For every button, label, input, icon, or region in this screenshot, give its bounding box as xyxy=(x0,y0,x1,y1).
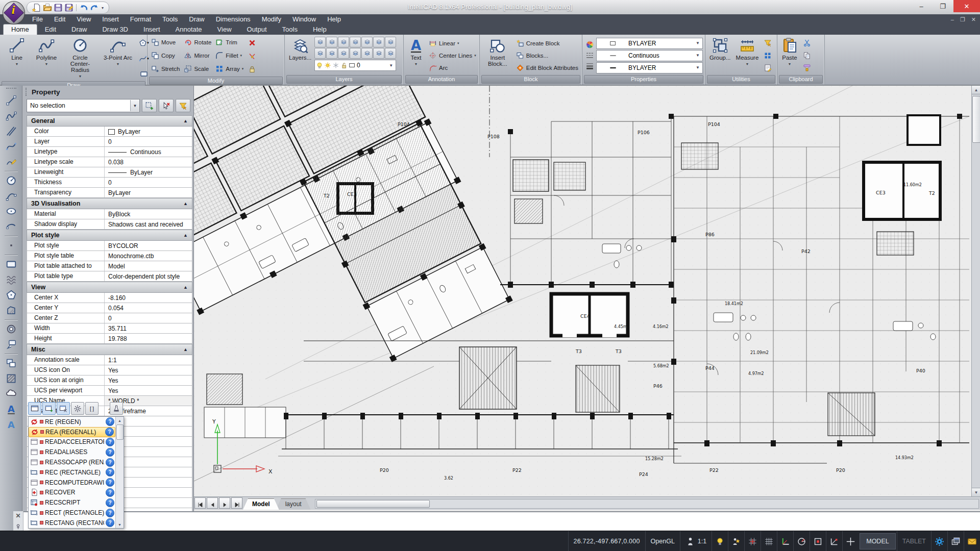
snap-toggle[interactable] xyxy=(744,531,761,551)
cut-button[interactable] xyxy=(801,37,813,48)
popup-scroll-thumb[interactable] xyxy=(116,424,124,440)
first-sheet-button[interactable] xyxy=(194,497,206,509)
vertical-scrollbar[interactable]: ▲ ▼ xyxy=(971,86,980,496)
hatch-tool-button[interactable] xyxy=(5,372,18,385)
autocomplete-item[interactable]: RECOMPUTEDRAWING? xyxy=(29,478,115,488)
layer-tool-11-button[interactable] xyxy=(350,48,361,59)
format-painter-button[interactable] xyxy=(801,62,813,73)
model-space-toggle[interactable]: MODEL xyxy=(860,533,895,549)
vertical-scroll-thumb[interactable] xyxy=(972,96,980,143)
minimize-button[interactable]: – xyxy=(911,0,932,12)
section-header-plot-style[interactable]: Plot style▲ xyxy=(27,230,192,241)
property-value[interactable]: Shadows cast and received xyxy=(105,219,192,229)
property-value[interactable]: 35.711 xyxy=(105,323,192,333)
property-value[interactable]: Model xyxy=(105,261,192,271)
help-button[interactable]: ? xyxy=(106,518,114,527)
lineweight-dropdown[interactable]: BYLAYER▼ xyxy=(596,62,703,73)
popup-scroll-down-icon[interactable]: ▼ xyxy=(116,521,124,528)
property-value[interactable]: 0 xyxy=(105,137,192,146)
sheet-tab-layout[interactable]: layout xyxy=(276,498,311,510)
help-button[interactable]: ? xyxy=(106,417,114,426)
ribbon-tab-home[interactable]: Home xyxy=(3,24,37,35)
property-value[interactable]: 0.038 xyxy=(105,157,192,167)
autocomplete-item-selected[interactable]: REA (REGENALL)? xyxy=(29,427,115,437)
settings-gear-button[interactable] xyxy=(931,531,947,551)
layers-button[interactable]: Layers... xyxy=(287,36,313,74)
help-button[interactable]: ? xyxy=(105,428,114,436)
circle-tool-button[interactable] xyxy=(5,174,18,187)
quick-select-button[interactable] xyxy=(176,99,190,112)
layer-tool-13-button[interactable] xyxy=(373,48,384,59)
layer-tool-5-button[interactable] xyxy=(361,37,373,47)
group-label-layers[interactable]: Layers xyxy=(286,75,402,84)
doc-minimize-button[interactable]: – xyxy=(951,16,954,22)
menu-tools[interactable]: Tools xyxy=(157,14,183,24)
experimental-commands-button[interactable] xyxy=(110,402,123,415)
ortho-toggle[interactable] xyxy=(777,531,793,551)
ribbon-tab-insert[interactable]: Insert xyxy=(136,24,168,35)
property-value[interactable]: 0.054 xyxy=(105,303,192,313)
etrack-toggle[interactable] xyxy=(826,531,842,551)
annotation-scale-control[interactable]: 1:1 xyxy=(680,531,712,551)
command-line[interactable]: Command: REA xyxy=(23,511,980,531)
help-button[interactable]: ? xyxy=(106,488,114,497)
section-header-general[interactable]: General▲ xyxy=(27,115,192,127)
property-value[interactable]: Yes xyxy=(105,375,192,385)
property-value[interactable]: ByBlock xyxy=(105,209,192,219)
layer-tool-8-button[interactable] xyxy=(314,48,326,59)
property-value[interactable]: 0 xyxy=(105,313,192,323)
help-button[interactable]: ? xyxy=(106,458,114,467)
scroll-down-icon[interactable]: ▼ xyxy=(972,488,980,496)
help-button[interactable]: ? xyxy=(106,509,114,517)
layer-tool-4-button[interactable] xyxy=(350,37,361,47)
arc-button[interactable]: Arc xyxy=(427,62,478,74)
layer-tool-3-button[interactable] xyxy=(338,37,349,47)
autocomplete-item[interactable]: RECSCRIPT? xyxy=(29,497,115,508)
linetype-dropdown[interactable]: Continuous▼ xyxy=(596,50,703,61)
trim-button[interactable]: Trim xyxy=(214,36,245,48)
ribbon-tab-output[interactable]: Output xyxy=(239,24,275,35)
popup-scroll-up-icon[interactable]: ▲ xyxy=(116,417,124,424)
fillet-button[interactable]: Fillet▾ xyxy=(214,49,245,62)
layer-tool-12-button[interactable] xyxy=(361,48,373,59)
quick-select-button[interactable] xyxy=(762,37,773,48)
autocomplete-item[interactable]: READALIASES? xyxy=(29,447,115,457)
ribbon-tab-view[interactable]: View xyxy=(210,24,239,35)
menu-format[interactable]: Format xyxy=(125,14,157,24)
menu-dimensions[interactable]: Dimensions xyxy=(210,14,256,24)
paste-button[interactable]: Paste▼ xyxy=(779,36,800,74)
autocomplete-item[interactable]: RECOVER? xyxy=(29,488,115,498)
section-header-view[interactable]: View▲ xyxy=(27,282,192,293)
line-button[interactable]: Line▼ xyxy=(2,36,32,81)
point-tool-button[interactable] xyxy=(5,239,18,252)
menu-view[interactable]: View xyxy=(71,14,96,24)
freehand-sketch-tool-button[interactable] xyxy=(5,155,18,168)
layer-tool-6-button[interactable] xyxy=(373,37,384,47)
group-label-block[interactable]: Block xyxy=(481,75,580,84)
help-button[interactable]: ? xyxy=(106,468,114,477)
help-button[interactable]: ? xyxy=(106,438,114,446)
help-button[interactable]: ? xyxy=(106,478,114,487)
group-label-properties[interactable]: Properties xyxy=(584,75,703,84)
center-lines-button[interactable]: Center Lines▾ xyxy=(427,49,478,62)
property-value[interactable]: Yes xyxy=(105,365,192,375)
autocomplete-item[interactable]: RECT (RECTANGLE)? xyxy=(29,508,115,518)
selection-dropdown[interactable]: No selection▼ xyxy=(27,99,140,112)
ribbon-tab-draw-3d[interactable]: Draw 3D xyxy=(94,24,136,35)
group-button[interactable]: Group... xyxy=(707,36,733,74)
lock-entities-button[interactable] xyxy=(247,64,258,75)
scroll-up-icon[interactable]: ▲ xyxy=(972,86,980,94)
doc-close-button[interactable]: ✕ xyxy=(971,16,976,23)
help-button[interactable]: ? xyxy=(106,498,114,507)
autocomplete-settings-button[interactable] xyxy=(71,402,84,415)
create-block-button[interactable]: Create Block xyxy=(514,37,580,49)
menu-insert[interactable]: Insert xyxy=(96,14,125,24)
measure-button[interactable]: Measure▼ xyxy=(734,36,761,74)
layer-tool-10-button[interactable] xyxy=(338,48,349,59)
menu-modify[interactable]: Modify xyxy=(256,14,287,24)
erase-button[interactable] xyxy=(247,37,258,48)
layer-tool-2-button[interactable] xyxy=(326,37,337,47)
renderer-indicator[interactable]: OpenGL xyxy=(645,531,680,551)
polar-toggle[interactable] xyxy=(793,531,810,551)
sheet-tab-model[interactable]: Model xyxy=(243,498,279,510)
